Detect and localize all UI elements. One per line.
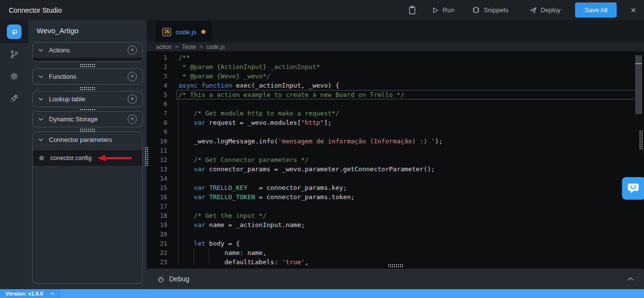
code-line[interactable]: 22 name: name, bbox=[147, 248, 644, 257]
drag-handle[interactable] bbox=[80, 87, 95, 91]
code-line[interactable]: 3 * @param {Wevo} _wevo*/ bbox=[147, 71, 644, 81]
code-line[interactable]: 18 /* Get the input */ bbox=[147, 211, 644, 220]
connector-config-item[interactable]: conector.config bbox=[33, 150, 142, 166]
line-number: 8 bbox=[147, 118, 167, 127]
code-line[interactable]: 13 var connector_params = _wevo.paramete… bbox=[147, 164, 644, 174]
rail-item-settings[interactable] bbox=[0, 65, 28, 87]
line-content bbox=[178, 229, 644, 239]
chat-widget[interactable] bbox=[622, 177, 644, 200]
line-content: /* Get the input */ bbox=[178, 211, 644, 220]
line-number: 6 bbox=[147, 99, 167, 109]
editor-scrollbar[interactable] bbox=[635, 55, 642, 114]
rail-item-versions[interactable] bbox=[0, 43, 28, 65]
rail-item-connector-active[interactable] bbox=[0, 20, 28, 43]
code-line[interactable]: 17 bbox=[147, 202, 644, 211]
snippets-label: Snippets bbox=[484, 6, 509, 14]
chevron-up-icon[interactable] bbox=[627, 277, 634, 281]
chat-smiley-icon bbox=[627, 183, 640, 195]
add-lookup-button[interactable]: + bbox=[128, 94, 137, 104]
deploy-button[interactable]: Deploy bbox=[529, 6, 560, 14]
section-functions-header[interactable]: Functions + bbox=[33, 69, 142, 84]
code-line[interactable]: 16 var TRELLO_TOKEN = connector_params.t… bbox=[147, 192, 644, 202]
section-lookup-header[interactable]: Lookup table + bbox=[33, 92, 142, 107]
debug-bar[interactable]: Debug bbox=[147, 269, 644, 289]
add-action-button[interactable]: + bbox=[128, 46, 137, 55]
snippets-button[interactable]: Snippets bbox=[472, 6, 509, 14]
indent-guide bbox=[194, 248, 194, 265]
code-line[interactable]: 14 bbox=[147, 174, 644, 183]
add-storage-button[interactable]: + bbox=[128, 115, 137, 124]
tab-bar: JS code.js bbox=[147, 20, 644, 42]
code-line[interactable]: 8 var request = _wevo.modules["http"]; bbox=[147, 118, 644, 127]
close-icon[interactable]: ✕ bbox=[630, 6, 636, 14]
code-line[interactable]: 9 bbox=[147, 127, 644, 137]
debug-resize-handle[interactable] bbox=[388, 264, 403, 268]
editor-resize-handle[interactable] bbox=[639, 130, 643, 150]
line-number: 1 bbox=[147, 53, 167, 62]
code-line[interactable]: 15 var TRELLO_KEY = connector_params.key… bbox=[147, 183, 644, 192]
version-label: Version: v1.0.0 bbox=[5, 291, 43, 297]
drag-handle[interactable] bbox=[80, 64, 95, 68]
line-content: var request = _wevo.modules["http"]; bbox=[178, 118, 644, 127]
code-line[interactable]: 11 bbox=[147, 146, 644, 155]
line-content bbox=[178, 146, 644, 155]
gear-icon bbox=[9, 71, 19, 81]
code-lines: 1/**2 * @param {ActionInput} _actionInpu… bbox=[147, 53, 644, 265]
add-function-button[interactable]: + bbox=[128, 72, 137, 81]
line-number: 10 bbox=[147, 137, 167, 146]
line-content bbox=[178, 202, 644, 211]
line-content: async function exec(_actionInput, _wevo)… bbox=[178, 81, 644, 90]
code-line[interactable]: 2 * @param {ActionInput} _actionInput* bbox=[147, 62, 644, 71]
run-label: Run bbox=[443, 6, 454, 14]
connector-flow-icon bbox=[7, 24, 22, 39]
tab-codejs[interactable]: JS code.js bbox=[155, 22, 212, 42]
line-number: 17 bbox=[147, 202, 167, 211]
rail-item-deploy[interactable] bbox=[0, 87, 28, 109]
line-number: 22 bbox=[147, 248, 167, 257]
line-number: 16 bbox=[147, 192, 167, 202]
code-line[interactable]: 10 _wevo.logMessage.info('mensagem de in… bbox=[147, 137, 644, 146]
code-line[interactable]: 12 /* Get Connector parameters */ bbox=[147, 155, 644, 164]
line-number: 14 bbox=[147, 174, 167, 183]
breadcrumb-item[interactable]: Teste bbox=[182, 44, 196, 50]
section-dynamic-header[interactable]: Dynamic Storage + bbox=[33, 112, 142, 127]
run-button[interactable]: Run bbox=[431, 6, 454, 14]
breadcrumb-item[interactable]: action bbox=[156, 44, 172, 50]
code-editor[interactable]: 1/**2 * @param {ActionInput} _actionInpu… bbox=[147, 51, 644, 265]
code-line[interactable]: 19 var name = _actionInput.name; bbox=[147, 220, 644, 229]
section-actions-header[interactable]: Actions + bbox=[33, 43, 142, 58]
line-number: 7 bbox=[147, 109, 167, 118]
code-line[interactable]: 21 let body = { bbox=[147, 239, 644, 248]
chevron-down-icon bbox=[38, 97, 44, 101]
section-label: Connector parameters bbox=[49, 136, 112, 143]
section-connector-header[interactable]: Connector parameters bbox=[33, 132, 142, 147]
code-line[interactable]: 1/** bbox=[147, 53, 644, 62]
line-content bbox=[178, 99, 644, 109]
tab-label: code.js bbox=[176, 28, 197, 36]
line-content: defaultLabels: 'true', bbox=[178, 257, 644, 265]
section-dynamic-storage: Dynamic Storage + bbox=[32, 111, 143, 127]
line-content bbox=[178, 127, 644, 137]
top-bar-actions: Run Snippets Deploy Save All ✕ bbox=[408, 2, 636, 18]
line-number: 15 bbox=[147, 183, 167, 192]
breadcrumb-item[interactable]: code.js bbox=[206, 44, 225, 50]
section-label: Lookup table bbox=[49, 95, 85, 103]
line-content: /** bbox=[178, 53, 644, 62]
code-line[interactable]: 5/* This a action example to create a ne… bbox=[147, 90, 644, 99]
code-line[interactable]: 4async function exec(_actionInput, _wevo… bbox=[147, 81, 644, 90]
version-badge[interactable]: Version: v1.0.0 bbox=[0, 289, 61, 298]
line-content: /* Get module http to make a request*/ bbox=[178, 109, 644, 118]
save-all-button[interactable]: Save All bbox=[575, 2, 617, 18]
clipboard-icon[interactable] bbox=[408, 5, 417, 15]
line-number: 5 bbox=[147, 90, 167, 99]
code-line[interactable]: 6 bbox=[147, 99, 644, 109]
status-bar: Version: v1.0.0 bbox=[0, 289, 644, 298]
line-number: 13 bbox=[147, 164, 167, 174]
send-icon bbox=[529, 6, 537, 14]
section-lookup-table: Lookup table + bbox=[32, 91, 143, 107]
panel-resize-handle[interactable] bbox=[145, 147, 149, 166]
breadcrumb-separator: > bbox=[175, 44, 178, 50]
code-line[interactable]: 7 /* Get module http to make a request*/ bbox=[147, 109, 644, 118]
chevron-down-icon bbox=[38, 138, 44, 141]
code-line[interactable]: 20 bbox=[147, 229, 644, 239]
